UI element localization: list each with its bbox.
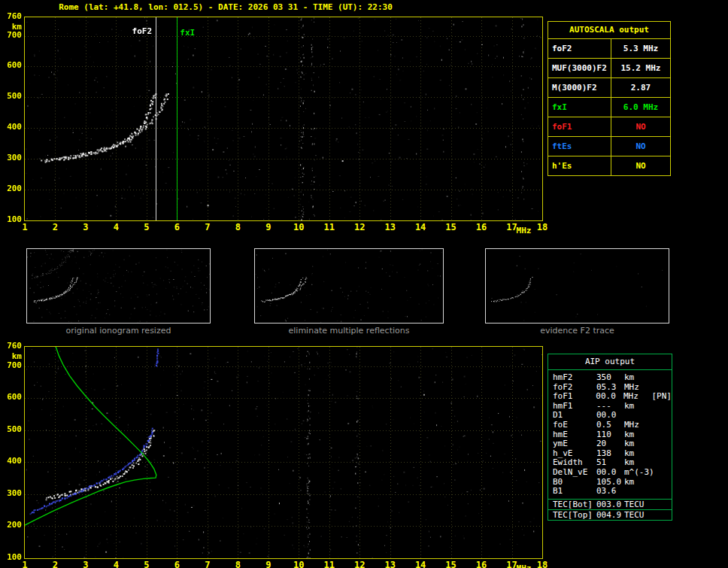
autoscala-table-rows: foF25.3 MHzMUF(3000)F215.2 MHzM(3000)F22… xyxy=(548,39,670,175)
y-tick-label: 500 xyxy=(2,425,22,434)
x-tick-label: 3 xyxy=(83,561,88,568)
autoscala-row-value: NO xyxy=(611,117,670,136)
autoscala-row: MUF(3000)F215.2 MHz xyxy=(548,59,670,78)
x-tick-label: 1 xyxy=(22,223,27,232)
aip-extra xyxy=(653,430,672,440)
aip-value: 00.0 xyxy=(596,392,623,402)
y-tick-label: 760 xyxy=(2,342,22,351)
aip-value: 20 xyxy=(596,439,624,449)
aip-value: 00.0 xyxy=(596,468,624,478)
aip-extra: [PN] xyxy=(652,392,672,402)
x-tick-label: 16 xyxy=(476,561,487,568)
aip-table-rows: hmF2350kmfoF205.3MHzfoF100.0MHz[PN]hmF1-… xyxy=(548,370,672,499)
aip-unit xyxy=(624,487,653,497)
y-tick-label: 200 xyxy=(2,184,22,193)
thumbnail-original-ionogram xyxy=(26,248,211,323)
x-tick-label: 10 xyxy=(293,223,304,232)
aip-label: hmF2 xyxy=(548,373,596,383)
x-tick-label: 10 xyxy=(293,561,304,568)
thumbnail-f2-canvas xyxy=(486,249,669,323)
thumbnail-reflections-canvas xyxy=(255,249,443,323)
autoscala-row-label: ftEs xyxy=(548,137,611,156)
aip-tec-row: TEC[Top]004.9TECU xyxy=(548,509,672,520)
aip-label: B1 xyxy=(548,487,596,497)
x-tick-label: 7 xyxy=(205,561,210,568)
thumbnail-caption-original: original ionogram resized xyxy=(26,326,211,336)
station-date-title: Rome (lat: +41.8, lon: 012.5) - DATE: 20… xyxy=(0,2,451,12)
aip-row: foF100.0MHz[PN] xyxy=(548,392,672,402)
autoscala-row-label: h'Es xyxy=(548,156,611,175)
aip-unit: km xyxy=(624,373,653,383)
x-tick-label: 12 xyxy=(354,561,365,568)
x-tick-label: 9 xyxy=(265,223,271,232)
autoscala-row: foF1NO xyxy=(548,117,670,137)
aip-label: foF1 xyxy=(548,392,596,402)
aip-value: 003.0 xyxy=(596,500,624,509)
x-tick-label: 4 xyxy=(114,561,119,568)
x-tick-label: 18 xyxy=(537,223,548,232)
autoscala-table-title: AUTOSCALA output xyxy=(548,22,670,39)
x-axis-unit-label: MHz xyxy=(517,564,532,568)
x-tick-label: 1 xyxy=(22,561,27,568)
aip-value: 350 xyxy=(596,373,624,383)
y-tick-label: 760 xyxy=(2,12,22,21)
top-ionogram-canvas xyxy=(25,17,542,220)
y-tick-label: 700 xyxy=(2,361,22,370)
aip-row: foE0.5MHz xyxy=(548,421,672,430)
aip-table-title: AIP output xyxy=(548,354,672,370)
y-tick-label: 300 xyxy=(2,153,22,163)
aip-unit: MHz xyxy=(623,392,652,402)
autoscala-output-table: AUTOSCALA output foF25.3 MHzMUF(3000)F21… xyxy=(548,21,671,176)
aip-value: 0.5 xyxy=(596,421,624,430)
aip-extra xyxy=(653,468,672,478)
autoscala-row: fxI6.0 MHz xyxy=(548,98,670,117)
thumbnail-caption-reflections: eliminate multiple reflections xyxy=(254,326,444,336)
y-tick-label: 600 xyxy=(2,61,22,70)
autoscala-row-value: NO xyxy=(611,137,670,156)
y-tick-label: 500 xyxy=(2,92,22,101)
thumbnail-caption-f2: evidence F2 trace xyxy=(485,326,669,336)
autoscala-row-label: foF1 xyxy=(548,117,611,136)
autoscala-row-value: 2.87 xyxy=(611,78,670,97)
y-tick-label: 200 xyxy=(2,521,22,530)
autoscala-row: h'EsNO xyxy=(548,156,670,175)
autoscala-row-value: 6.0 MHz xyxy=(611,98,670,117)
aip-output-table: AIP output hmF2350kmfoF205.3MHzfoF100.0M… xyxy=(548,354,672,521)
aip-unit: TECU xyxy=(624,500,653,509)
x-tick-label: 2 xyxy=(53,561,58,568)
autoscala-row: M(3000)F22.87 xyxy=(548,78,670,98)
x-tick-label: 13 xyxy=(384,223,395,232)
aip-extra xyxy=(653,439,672,449)
x-tick-label: 7 xyxy=(205,223,210,232)
aip-row: B103.6 xyxy=(548,487,672,497)
x-tick-label: 8 xyxy=(235,561,241,568)
autoscala-row-value: 5.3 MHz xyxy=(611,39,670,58)
autoscala-row-value: 15.2 MHz xyxy=(611,59,670,77)
fxi-marker-label: fxI xyxy=(180,28,195,38)
y-tick-label: 600 xyxy=(2,393,22,402)
top-ionogram-plot: foF2 fxI xyxy=(24,17,543,221)
fof2-marker-label: foF2 xyxy=(132,26,153,36)
x-tick-label: 6 xyxy=(174,223,180,232)
autoscala-row-label: foF2 xyxy=(548,39,611,58)
aip-unit: km xyxy=(624,402,653,412)
x-tick-label: 2 xyxy=(53,223,58,232)
x-tick-label: 14 xyxy=(415,223,426,232)
y-tick-label: 400 xyxy=(2,457,22,466)
aip-extra xyxy=(653,487,672,497)
x-tick-label: 6 xyxy=(174,561,180,568)
x-tick-label: 13 xyxy=(384,561,395,568)
autoscala-row-label: M(3000)F2 xyxy=(548,78,611,97)
y-tick-label: 400 xyxy=(2,123,22,132)
aip-tec-row: TEC[Bot]003.0TECU xyxy=(548,499,672,509)
aip-extra xyxy=(653,402,672,412)
aip-label: DelN_vE xyxy=(548,468,596,478)
aip-unit: m^(-3) xyxy=(624,468,653,478)
x-tick-label: 17 xyxy=(506,561,517,568)
x-axis-unit-label: MHz xyxy=(517,226,532,235)
x-tick-label: 8 xyxy=(235,223,241,232)
x-tick-label: 15 xyxy=(445,561,456,568)
aip-label: foE xyxy=(548,421,596,430)
x-tick-label: 12 xyxy=(354,223,365,232)
bottom-profile-canvas xyxy=(25,347,542,558)
